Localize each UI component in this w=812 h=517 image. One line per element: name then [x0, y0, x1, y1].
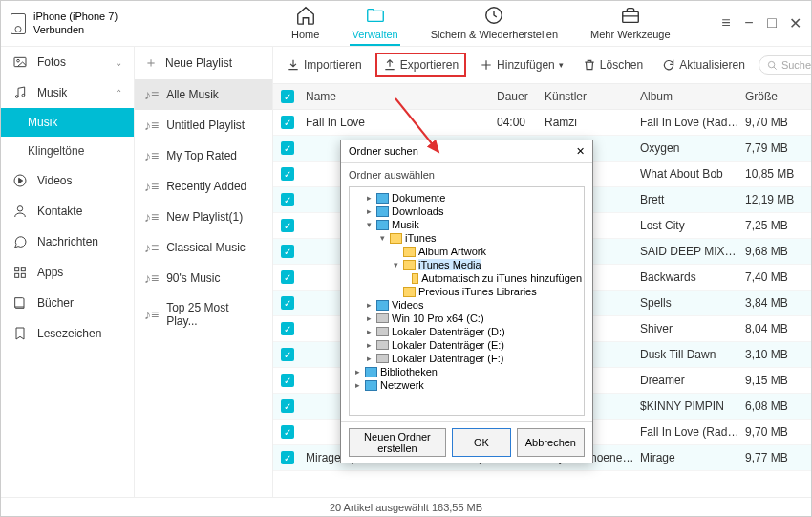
trash-icon [583, 58, 596, 72]
table-row[interactable]: ✓Fall In Love04:00RamziFall In Love (Rad… [273, 110, 811, 136]
playlist-90s[interactable]: ♪≡90's Music [135, 263, 272, 293]
cell-album: Mirage [640, 451, 745, 464]
sidebar-books[interactable]: Bücher [1, 288, 134, 318]
folder-icon [403, 247, 416, 257]
new-folder-button[interactable]: Neuen Ordner erstellen [349, 428, 446, 457]
folder-icon [376, 193, 389, 204]
row-checkbox[interactable]: ✓ [281, 116, 294, 129]
refresh-button[interactable]: Aktualisieren [656, 54, 751, 75]
col-duration[interactable]: Dauer [497, 90, 545, 103]
cell-size: 9,70 MB [745, 116, 802, 129]
cell-size: 10,85 MB [745, 167, 802, 181]
drive-icon [376, 340, 389, 350]
tree-drive-d[interactable]: ▸Lokaler Datenträger (D:) [352, 325, 582, 338]
tree-documents[interactable]: ▸Dokumente [352, 191, 582, 205]
tree-music[interactable]: ▾Musik [352, 218, 582, 231]
tree-libraries[interactable]: ▸Bibliotheken [352, 365, 582, 378]
sidebar-messages[interactable]: Nachrichten [1, 226, 134, 257]
playlist-top25[interactable]: ♪≡Top 25 Most Play... [135, 293, 272, 335]
row-checkbox[interactable]: ✓ [281, 270, 294, 284]
sidebar-videos[interactable]: Videos [1, 165, 134, 196]
delete-button[interactable]: Löschen [577, 54, 649, 75]
tree-network[interactable]: ▸Netzwerk [352, 378, 582, 392]
tree-album-artwork[interactable]: Album Artwork [352, 245, 582, 258]
row-checkbox[interactable]: ✓ [281, 425, 294, 439]
playlist-icon: ♪≡ [144, 270, 159, 286]
row-checkbox[interactable]: ✓ [281, 167, 294, 181]
dialog-buttons: Neuen Ordner erstellen OK Abbrechen [341, 421, 592, 463]
playlist-icon: ♪≡ [144, 179, 159, 194]
playlist-all[interactable]: ♪≡Alle Musik [135, 79, 272, 110]
row-checkbox[interactable]: ✓ [281, 322, 294, 335]
tree-videos[interactable]: ▸Videos [352, 298, 582, 312]
sidebar-apps[interactable]: Apps [1, 257, 134, 288]
libraries-icon [365, 367, 377, 377]
messages-icon [12, 234, 28, 249]
apps-icon [12, 265, 28, 280]
tree-drive-f[interactable]: ▸Lokaler Datenträger (F:) [352, 352, 582, 365]
cancel-button[interactable]: Abbrechen [517, 428, 585, 457]
import-button[interactable]: Importieren [281, 54, 368, 75]
tree-previous[interactable]: Previous iTunes Libraries [352, 285, 582, 298]
cell-size: 9,77 MB [745, 451, 802, 464]
playlist-new1[interactable]: ♪≡New Playlist(1) [135, 202, 272, 232]
folder-tree[interactable]: ▸Dokumente ▸Downloads ▾Musik ▾iTunes Alb… [349, 186, 585, 416]
nav-manage[interactable]: Verwalten [350, 1, 399, 46]
col-artist[interactable]: Künstler [545, 90, 640, 103]
playlist-new[interactable]: ＋Neue Playlist [135, 47, 272, 79]
status-bar: 20 Artikel ausgewählt 163,55 MB [1, 497, 811, 516]
row-checkbox[interactable]: ✓ [281, 245, 294, 258]
folder-icon [376, 300, 389, 311]
playlist-untitled[interactable]: ♪≡Untitled Playlist [135, 110, 272, 140]
col-size[interactable]: Größe [745, 90, 802, 103]
row-checkbox[interactable]: ✓ [281, 348, 294, 361]
nav-backup[interactable]: Sichern & Wiederherstellen [429, 1, 560, 46]
cell-size: 9,70 MB [745, 425, 802, 439]
svg-rect-1 [623, 11, 639, 22]
row-checkbox[interactable]: ✓ [281, 219, 294, 232]
cell-album: Dusk Till Dawn [640, 348, 745, 361]
export-button[interactable]: Exportieren [375, 53, 466, 77]
window-controls: ≡ − □ ✕ [719, 14, 801, 32]
sidebar-music[interactable]: Musik ⌃ [1, 77, 134, 108]
tree-itunes-media[interactable]: ▾iTunes Media [352, 258, 582, 271]
row-checkbox[interactable]: ✓ [281, 296, 294, 310]
dialog-close-button[interactable]: ✕ [576, 145, 585, 158]
tree-drive-e[interactable]: ▸Lokaler Datenträger (E:) [352, 338, 582, 352]
playlist-recent[interactable]: ♪≡Recently Added [135, 171, 272, 202]
search-input[interactable]: Suchen [759, 55, 811, 75]
sidebar-ringtones[interactable]: Klingeltöne [1, 137, 134, 165]
tree-win10[interactable]: ▸Win 10 Pro x64 (C:) [352, 312, 582, 325]
nav-tools[interactable]: Mehr Werkzeuge [588, 1, 673, 46]
add-button[interactable]: Hinzufügen ▾ [474, 54, 569, 75]
tree-itunes[interactable]: ▾iTunes [352, 231, 582, 245]
nav-home[interactable]: Home [289, 1, 321, 46]
select-all-checkbox[interactable]: ✓ [281, 90, 294, 103]
row-checkbox[interactable]: ✓ [281, 193, 294, 206]
close-button[interactable]: ✕ [788, 14, 801, 32]
cell-name: Fall In Love [306, 116, 497, 129]
tree-auto-add[interactable]: Automatisch zu iTunes hinzufügen [352, 271, 582, 285]
row-checkbox[interactable]: ✓ [281, 399, 294, 413]
photos-icon [12, 54, 28, 70]
sidebar-contacts[interactable]: Kontakte [1, 196, 134, 226]
row-checkbox[interactable]: ✓ [281, 141, 294, 155]
tree-downloads[interactable]: ▸Downloads [352, 205, 582, 218]
svg-point-7 [17, 206, 22, 211]
maximize-button[interactable]: □ [765, 14, 779, 32]
row-checkbox[interactable]: ✓ [281, 374, 294, 387]
col-album[interactable]: Album [640, 90, 745, 103]
playlist-top-rated[interactable]: ♪≡My Top Rated [135, 140, 272, 171]
cell-album: SAID DEEP MIXTAP... [640, 245, 745, 258]
sidebar-bookmarks[interactable]: Lesezeichen [1, 318, 134, 349]
playlist-icon: ♪≡ [144, 240, 159, 255]
sidebar-photos[interactable]: Fotos ⌄ [1, 47, 134, 77]
playlist-icon: ♪≡ [144, 209, 159, 225]
minimize-button[interactable]: − [742, 14, 756, 32]
menu-icon[interactable]: ≡ [719, 14, 733, 32]
playlist-classical[interactable]: ♪≡Classical Music [135, 232, 272, 263]
ok-button[interactable]: OK [452, 428, 511, 457]
sidebar-music-sub[interactable]: Musik [1, 108, 134, 137]
col-name[interactable]: Name [306, 90, 497, 103]
row-checkbox[interactable]: ✓ [281, 451, 294, 464]
